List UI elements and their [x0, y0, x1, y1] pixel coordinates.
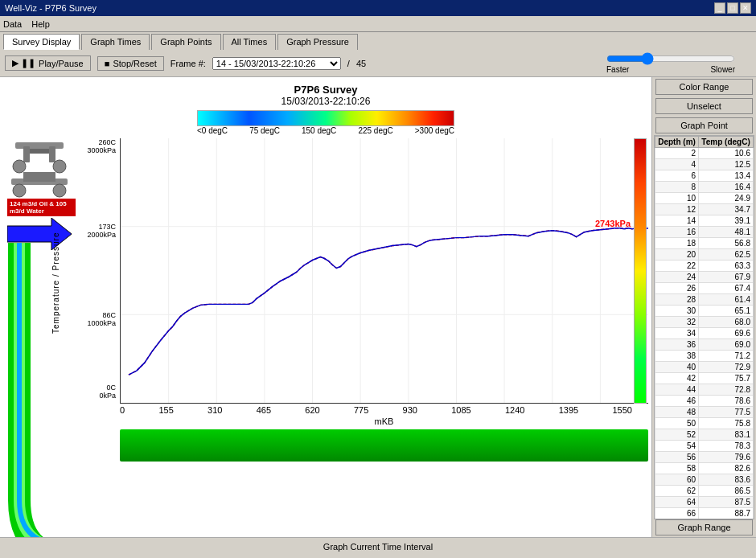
pressure-indicator: 2743kPa	[595, 219, 631, 228]
x-1085: 1085	[451, 405, 470, 415]
menu-bar: Data Help	[0, 16, 756, 32]
flow-label: 124 m3/d Oil & 105 m3/d Water	[10, 200, 67, 215]
col-depth: Depth (m)	[655, 137, 699, 148]
x-axis-labels: 0 155 310 465 620 775 930 1085 1240 1395…	[120, 405, 648, 415]
y-label-mid-upper: 173C2000kPa	[76, 223, 116, 239]
play-pause-label: Play/Pause	[39, 59, 84, 68]
y-label-top: 260C3000kPa	[76, 138, 116, 154]
y-label-mid-lower: 86C1000kPa	[76, 311, 116, 327]
window-title: Well-Viz - P7P6 Survey	[5, 3, 97, 13]
table-row: 1856.8	[655, 238, 754, 249]
table-row: 816.4	[655, 182, 754, 193]
scale-label-0: <0 degC	[197, 126, 228, 135]
speed-slider[interactable]	[606, 52, 735, 65]
tab-survey-display[interactable]: Survey Display	[3, 34, 80, 50]
svg-rect-1	[27, 149, 51, 154]
tab-graph-points[interactable]: Graph Points	[151, 34, 220, 50]
table-row: 1439.1	[655, 215, 754, 227]
tab-graph-times[interactable]: Graph Times	[81, 34, 150, 50]
scale-label-1: 75 degC	[249, 126, 280, 135]
minimize-btn[interactable]: _	[714, 2, 725, 14]
table-row: 4072.9	[655, 362, 754, 373]
chart-title: P7P6 Survey	[3, 84, 648, 96]
play-pause-button[interactable]: ▶ ❚❚ Play/Pause	[5, 55, 91, 71]
table-row: 2467.9	[655, 272, 754, 283]
table-row: 5075.8	[655, 418, 754, 429]
graph-area: P7P6 Survey 15/03/2013-22:10:26 <0 degC …	[0, 77, 651, 537]
table-row: 2062.5	[655, 249, 754, 261]
stop-reset-button[interactable]: ■ Stop/Reset	[97, 56, 164, 71]
stop-icon: ■	[105, 59, 110, 68]
table-row: 3469.6	[655, 328, 754, 339]
graph-point-button[interactable]: Graph Point	[655, 117, 753, 133]
table-row: 4275.7	[655, 373, 754, 384]
frame-label: Frame #:	[171, 59, 206, 68]
svg-point-4	[13, 160, 26, 173]
tab-all-times[interactable]: All Times	[223, 34, 277, 50]
well-diagram-area: 124 m3/d Oil & 105 m3/d Water	[3, 138, 76, 462]
table-row: 2861.4	[655, 294, 754, 306]
play-icon: ▶ ❚❚	[12, 58, 35, 68]
speed-labels: Faster Slower	[606, 65, 735, 74]
y-axis-label-text: Temperature / Pressure	[51, 232, 60, 334]
right-panel: Color Range Unselect Graph Point Depth (…	[651, 77, 756, 537]
table-row: 3065.1	[655, 306, 754, 317]
speed-control: Faster Slower	[606, 52, 735, 74]
toolbar: ▶ ❚❚ Play/Pause ■ Stop/Reset Frame #: 14…	[0, 50, 756, 77]
color-range-button[interactable]: Color Range	[655, 79, 753, 95]
chart-plot-area: 2743kPa 0 155 310 465 620 775 930	[120, 138, 648, 462]
scale-label-4: >300 degC	[415, 126, 454, 135]
menu-help[interactable]: Help	[31, 19, 50, 29]
pressure-value: 2743kPa	[595, 219, 631, 228]
depth-temp-table: Depth (m) Temp (degC) 210.6412.5613.4816…	[654, 135, 754, 519]
table-row: 613.4	[655, 170, 754, 182]
equipment-svg	[7, 138, 72, 203]
color-scale-bar	[197, 110, 454, 126]
well-pipe-svg	[3, 243, 76, 537]
green-bottom-band	[120, 429, 648, 462]
svg-rect-3	[49, 146, 55, 162]
frame-select[interactable]: 14 - 15/03/2013-22:10:26	[212, 57, 341, 70]
main-content: P7P6 Survey 15/03/2013-22:10:26 <0 degC …	[0, 77, 756, 537]
slower-label: Slower	[710, 65, 735, 74]
y-axis-area: 260C3000kPa 173C2000kPa 86C1000kPa 0C0kP…	[76, 138, 120, 462]
graph-range-button[interactable]: Graph Range	[655, 519, 753, 535]
table-row: 5478.3	[655, 441, 754, 452]
x-1550: 1550	[612, 405, 631, 415]
faster-label: Faster	[606, 65, 629, 74]
maximize-btn[interactable]: □	[727, 2, 738, 14]
svg-point-8	[13, 184, 26, 197]
svg-rect-7	[23, 172, 55, 182]
table-row: 5679.6	[655, 452, 754, 463]
y-label-bottom: 0C0kPa	[76, 384, 116, 400]
table-row: 6286.5	[655, 486, 754, 497]
flow-text: 124 m3/d Oil & 105 m3/d Water	[7, 199, 76, 216]
unselect-button[interactable]: Unselect	[655, 98, 753, 114]
x-axis-title: mKB	[120, 416, 648, 426]
y-axis-title: Temperature / Pressure	[51, 219, 60, 347]
scale-label-2: 150 degC	[302, 126, 336, 135]
tab-graph-pressure[interactable]: Graph Pressure	[277, 34, 358, 50]
window-controls: _ □ ✕	[714, 2, 751, 14]
table-row: 1648.1	[655, 227, 754, 238]
color-bar	[634, 138, 647, 404]
table-row: 6487.5	[655, 497, 754, 508]
svg-point-5	[53, 160, 66, 173]
x-930: 930	[403, 405, 417, 415]
table-row: 2263.3	[655, 261, 754, 272]
well-equipment-icon	[7, 138, 72, 204]
color-scale-wrapper: <0 degC 75 degC 150 degC 225 degC >300 d…	[197, 110, 454, 135]
table-row: 6688.7	[655, 508, 754, 519]
menu-data[interactable]: Data	[3, 19, 22, 29]
x-775: 775	[354, 405, 368, 415]
table-row: 5882.6	[655, 463, 754, 474]
title-bar: Well-Viz - P7P6 Survey _ □ ✕	[0, 0, 756, 16]
scale-label-3: 225 degC	[358, 126, 392, 135]
close-btn[interactable]: ✕	[740, 2, 751, 14]
x-620: 620	[305, 405, 319, 415]
frame-separator: /	[347, 59, 350, 68]
stop-reset-label: Stop/Reset	[113, 59, 156, 68]
x-1395: 1395	[559, 405, 578, 415]
status-bar: Graph Current Time Interval	[0, 537, 756, 555]
svg-point-9	[53, 184, 66, 197]
